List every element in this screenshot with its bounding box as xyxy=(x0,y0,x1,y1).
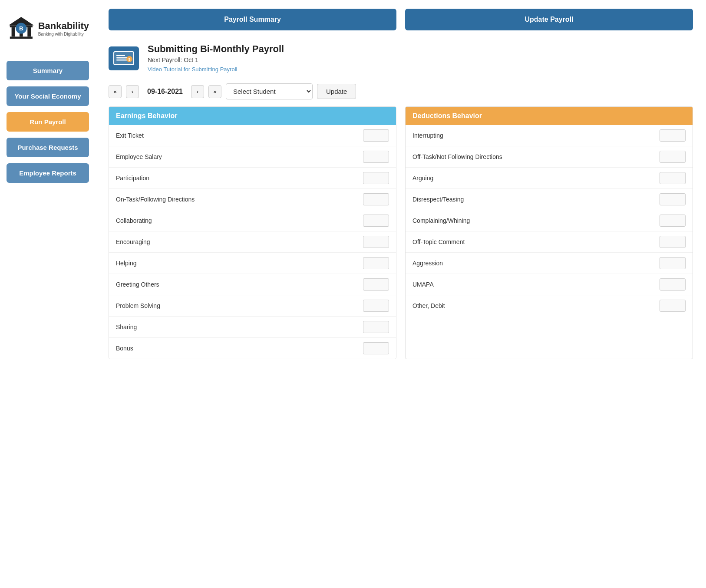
deductions-row: Disrespect/Teasing xyxy=(406,189,693,210)
deductions-row: Off-Topic Comment xyxy=(406,231,693,253)
earnings-input-1[interactable] xyxy=(363,151,389,163)
earnings-row: Collaborating xyxy=(109,210,396,231)
earnings-header: Earnings Behavior xyxy=(109,107,396,125)
deductions-rows: Interrupting Off-Task/Not Following Dire… xyxy=(406,125,693,316)
payroll-summary-button[interactable]: Payroll Summary xyxy=(109,9,396,30)
earnings-input-4[interactable] xyxy=(363,215,389,227)
deductions-input-8[interactable] xyxy=(660,300,686,312)
earnings-input-9[interactable] xyxy=(363,321,389,333)
earnings-row: Problem Solving xyxy=(109,295,396,317)
earnings-label-4: Collaborating xyxy=(116,217,152,224)
earnings-row: Greeting Others xyxy=(109,274,396,295)
svg-text:$: $ xyxy=(128,57,130,62)
earnings-input-2[interactable] xyxy=(363,172,389,184)
svg-rect-5 xyxy=(27,27,31,36)
deductions-row: Off-Task/Not Following Directions xyxy=(406,146,693,168)
deductions-header: Deductions Behavior xyxy=(406,107,693,125)
next-payroll: Next Payroll: Oct 1 xyxy=(148,56,284,63)
earnings-label-7: Greeting Others xyxy=(116,281,159,288)
deductions-label-1: Off-Task/Not Following Directions xyxy=(412,153,502,160)
deductions-row: Aggression xyxy=(406,253,693,274)
earnings-row: Encouraging xyxy=(109,231,396,253)
deductions-row: Other, Debit xyxy=(406,295,693,316)
payroll-title: Submitting Bi-Monthly Payroll xyxy=(148,43,284,55)
deductions-label-6: Aggression xyxy=(412,260,443,267)
earnings-row: Exit Ticket xyxy=(109,125,396,146)
earnings-label-8: Problem Solving xyxy=(116,302,160,309)
earnings-input-6[interactable] xyxy=(363,257,389,269)
update-date-button[interactable]: Update xyxy=(317,84,356,99)
deductions-input-7[interactable] xyxy=(660,278,686,291)
deductions-label-3: Disrespect/Teasing xyxy=(412,196,464,203)
date-prev-button[interactable]: ‹ xyxy=(126,85,139,98)
earnings-input-5[interactable] xyxy=(363,236,389,248)
deductions-row: UMAPA xyxy=(406,274,693,295)
deductions-row: Arguing xyxy=(406,168,693,189)
deductions-label-0: Interrupting xyxy=(412,132,443,139)
brand-name: Bankability xyxy=(38,20,89,32)
earnings-label-6: Helping xyxy=(116,260,136,267)
tutorial-link[interactable]: Video Tutorial for Submitting Payroll xyxy=(148,66,237,73)
earnings-label-3: On-Task/Following Directions xyxy=(116,196,195,203)
main-content: Payroll Summary Update Payroll $ Submitt… xyxy=(96,0,706,588)
payroll-icon: $ xyxy=(113,50,135,67)
earnings-row: On-Task/Following Directions xyxy=(109,189,396,210)
earnings-label-9: Sharing xyxy=(116,324,137,330)
earnings-label-5: Encouraging xyxy=(116,238,150,245)
logo-text: Bankability Banking with Digitability xyxy=(38,20,89,36)
deductions-row: Complaining/Whining xyxy=(406,210,693,231)
deductions-input-6[interactable] xyxy=(660,257,686,269)
earnings-table: Earnings Behavior Exit Ticket Employee S… xyxy=(109,106,396,359)
svg-rect-3 xyxy=(12,27,15,36)
svg-text:B: B xyxy=(19,25,23,32)
earnings-row: Employee Salary xyxy=(109,146,396,168)
deductions-input-5[interactable] xyxy=(660,236,686,248)
date-next-button[interactable]: › xyxy=(191,85,204,98)
date-display: 09-16-2021 xyxy=(143,88,187,96)
deductions-table: Deductions Behavior Interrupting Off-Tas… xyxy=(405,106,693,359)
payroll-header: $ Submitting Bi-Monthly Payroll Next Pay… xyxy=(109,43,693,73)
deductions-label-5: Off-Topic Comment xyxy=(412,238,465,245)
date-nav: « ‹ 09-16-2021 › » Select Student Update xyxy=(109,83,693,99)
sidebar: B Bankability Banking with Digitability … xyxy=(0,0,96,588)
bankability-logo-icon: B xyxy=(7,13,36,43)
earnings-label-10: Bonus xyxy=(116,345,133,352)
earnings-row: Sharing xyxy=(109,317,396,338)
earnings-input-7[interactable] xyxy=(363,278,389,291)
earnings-input-8[interactable] xyxy=(363,300,389,312)
deductions-input-0[interactable] xyxy=(660,129,686,142)
earnings-row: Helping xyxy=(109,253,396,274)
sidebar-btn-employee-reports[interactable]: Employee Reports xyxy=(7,163,89,183)
logo-area: B Bankability Banking with Digitability xyxy=(7,9,89,48)
svg-rect-2 xyxy=(10,36,33,39)
deductions-label-2: Arguing xyxy=(412,175,433,182)
update-payroll-button[interactable]: Update Payroll xyxy=(405,9,693,30)
earnings-rows: Exit Ticket Employee Salary Participatio… xyxy=(109,125,396,359)
deductions-label-7: UMAPA xyxy=(412,281,434,288)
behavior-grid: Earnings Behavior Exit Ticket Employee S… xyxy=(109,106,693,359)
earnings-input-0[interactable] xyxy=(363,129,389,142)
earnings-label-2: Participation xyxy=(116,175,149,182)
student-select[interactable]: Select Student xyxy=(226,83,313,99)
svg-rect-10 xyxy=(116,55,125,56)
deductions-label-4: Complaining/Whining xyxy=(412,217,470,224)
deductions-input-1[interactable] xyxy=(660,151,686,163)
date-first-button[interactable]: « xyxy=(109,85,122,98)
earnings-input-10[interactable] xyxy=(363,342,389,354)
deductions-input-3[interactable] xyxy=(660,193,686,205)
brand-sub: Banking with Digitability xyxy=(38,32,89,36)
deductions-label-8: Other, Debit xyxy=(412,302,445,309)
sidebar-btn-run-payroll[interactable]: Run Payroll xyxy=(7,112,89,132)
deductions-row: Interrupting xyxy=(406,125,693,146)
sidebar-btn-summary[interactable]: Summary xyxy=(7,61,89,80)
deductions-input-4[interactable] xyxy=(660,215,686,227)
date-last-button[interactable]: » xyxy=(208,85,221,98)
earnings-label-1: Employee Salary xyxy=(116,153,162,160)
deductions-input-2[interactable] xyxy=(660,172,686,184)
earnings-input-3[interactable] xyxy=(363,193,389,205)
payroll-icon-box: $ xyxy=(109,46,139,70)
sidebar-btn-social-economy[interactable]: Your Social Economy xyxy=(7,86,89,106)
sidebar-btn-purchase-requests[interactable]: Purchase Requests xyxy=(7,138,89,157)
earnings-label-0: Exit Ticket xyxy=(116,132,144,139)
top-bar: Payroll Summary Update Payroll xyxy=(109,9,693,30)
